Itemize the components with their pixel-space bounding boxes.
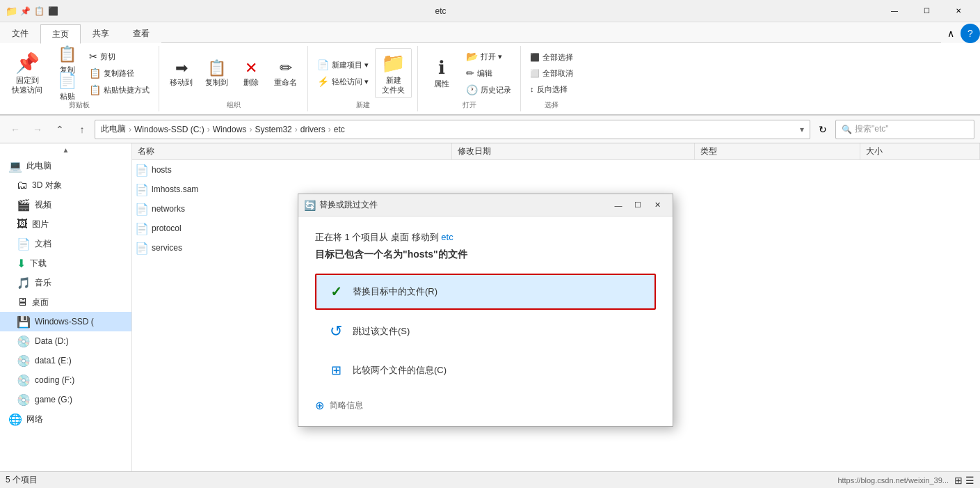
edit-button[interactable]: ✏编辑 — [463, 65, 515, 81]
refresh-button[interactable]: ↻ — [813, 120, 833, 139]
dialog-maximize-button[interactable]: ☐ — [628, 197, 648, 214]
back-button[interactable]: ← — [6, 120, 25, 139]
move-to-button[interactable]: ➡移动到 — [165, 57, 198, 90]
invert-select-button[interactable]: ↕反向选择 — [527, 82, 577, 97]
sidebar-item-music[interactable]: 🎵 音乐 — [0, 273, 131, 292]
copy-to-button[interactable]: 📋复制到 — [200, 57, 233, 90]
close-button[interactable]: ✕ — [942, 0, 974, 22]
rename-button[interactable]: ✏重命名 — [269, 57, 302, 90]
breadcrumb-etc[interactable]: etc — [334, 125, 345, 134]
history-button[interactable]: 🕐历史记录 — [463, 82, 515, 97]
sidebar-item-pictures[interactable]: 🖼 图片 — [0, 214, 131, 234]
sidebar-item-network[interactable]: 🌐 网络 — [0, 409, 131, 429]
sidebar-item-label: 文档 — [35, 238, 51, 250]
video-icon: 🎬 — [17, 198, 31, 212]
breadcrumb-system32[interactable]: System32 — [255, 125, 291, 134]
check-icon: ✓ — [328, 283, 344, 300]
view-icon-list[interactable]: ⊞ — [954, 475, 963, 486]
properties-button[interactable]: ℹ 属性 — [424, 48, 460, 98]
sidebar-item-label: 下载 — [30, 258, 47, 269]
sidebar-item-data-d[interactable]: 💿 Data (D:) — [0, 331, 131, 351]
sidebar-item-coding-f[interactable]: 💿 coding (F:) — [0, 370, 131, 390]
breadcrumb-windows[interactable]: Windows — [213, 125, 247, 134]
breadcrumb-computer[interactable]: 此电脑 — [101, 123, 126, 135]
col-header-size[interactable]: 大小 — [860, 143, 980, 159]
help-button[interactable]: ? — [961, 24, 980, 43]
sidebar-item-label: game (G:) — [35, 395, 72, 404]
maximize-button[interactable]: ☐ — [910, 0, 942, 22]
compare-option[interactable]: ⊞ 比较两个文件的信息(C) — [315, 353, 656, 388]
up-dropdown-button[interactable]: ⌃ — [50, 120, 70, 139]
tab-file[interactable]: 文件 — [0, 24, 40, 43]
sidebar-item-label: data1 (E:) — [35, 356, 72, 365]
dialog-brief[interactable]: ⊕ 简略信息 — [315, 399, 656, 412]
address-dropdown-icon[interactable]: ▾ — [800, 125, 804, 134]
select-label: 选择 — [545, 100, 559, 110]
dialog-title-icon: 🔄 — [304, 200, 315, 211]
replace-dialog: 🔄 替换或跳过文件 — ☐ ✕ 正在将 1 个项目从 桌面 移动到 etc 目标… — [298, 194, 673, 427]
ribbon-group-organize: ➡移动到 📋复制到 ✕删除 ✏重命名 组织 — [159, 46, 308, 111]
easy-access-button[interactable]: ⚡轻松访问 ▾ — [314, 74, 372, 89]
minimize-button[interactable]: — — [878, 0, 910, 22]
address-box[interactable]: 此电脑 › Windows-SSD (C:) › Windows › Syste… — [95, 120, 810, 139]
dialog-info: 正在将 1 个项目从 桌面 移动到 etc — [315, 230, 656, 244]
item-count: 5 个项目 — [6, 474, 38, 486]
new-folder-button[interactable]: 📁 新建文件夹 — [375, 48, 412, 98]
search-box[interactable]: 🔍 搜索"etc" — [835, 120, 974, 139]
data1-e-icon: 💿 — [17, 354, 31, 368]
ribbon-tabs: 文件 主页 共享 查看 ∧ ? — [0, 22, 980, 43]
pin-to-quick-access-button[interactable]: 📌 固定到快速访问 — [6, 48, 49, 98]
copy-path-button[interactable]: 📋复制路径 — [86, 65, 153, 81]
col-header-name[interactable]: 名称 — [132, 143, 452, 159]
sidebar-item-windows-ssd[interactable]: 💾 Windows-SSD ( — [0, 312, 131, 331]
dialog-minimize-button[interactable]: — — [609, 197, 628, 214]
select-none-button[interactable]: ⬜全部取消 — [527, 66, 577, 81]
sidebar-item-label: 网络 — [26, 414, 43, 425]
copy-button[interactable]: 📋 复制 — [51, 47, 83, 72]
view-icon-detail[interactable]: ☰ — [965, 475, 974, 486]
ribbon-collapse-btn[interactable]: ∧ — [941, 24, 961, 43]
select-all-button[interactable]: ⬛全部选择 — [527, 50, 577, 65]
dialog-close-button[interactable]: ✕ — [648, 197, 667, 214]
title-bar: 📁 📌 📋 ⬛ etc — ☐ ✕ — [0, 0, 980, 22]
ribbon-group-open: ℹ 属性 📂打开 ▾ ✏编辑 🕐历史记录 打开 — [418, 46, 521, 111]
clipboard-label: 剪贴板 — [69, 100, 90, 110]
new-item-button[interactable]: 📄新建项目 ▾ — [314, 57, 372, 72]
dest-link[interactable]: etc — [441, 232, 453, 242]
replace-option[interactable]: ✓ 替换目标中的文件(R) — [315, 274, 656, 310]
file-icon-protocol: 📄 — [135, 222, 149, 235]
file-row-hosts[interactable]: 📄hosts — [132, 160, 980, 180]
replace-option-label: 替换目标中的文件(R) — [353, 285, 437, 298]
sidebar-scroll-up[interactable]: ▲ — [0, 143, 131, 156]
tab-view[interactable]: 查看 — [121, 24, 161, 43]
sidebar-item-game-g[interactable]: 💿 game (G:) — [0, 390, 131, 409]
tab-share[interactable]: 共享 — [81, 24, 121, 43]
sidebar-item-label: 图片 — [32, 219, 49, 230]
breadcrumb-drivers[interactable]: drivers — [300, 125, 326, 134]
paste-shortcut-button[interactable]: 📋粘贴快捷方式 — [86, 82, 153, 97]
up-button[interactable]: ↑ — [72, 120, 92, 139]
tab-home[interactable]: 主页 — [40, 24, 81, 44]
forward-button[interactable]: → — [28, 120, 47, 139]
3d-icon: 🗂 — [17, 179, 28, 191]
col-header-type[interactable]: 类型 — [695, 143, 860, 159]
website-link: https://blog.csdn.net/weixin_39... — [837, 476, 949, 485]
skip-icon: ↺ — [328, 322, 344, 340]
delete-button[interactable]: ✕删除 — [236, 57, 266, 90]
skip-option[interactable]: ↺ 跳过该文件(S) — [315, 313, 656, 350]
sidebar-item-3d[interactable]: 🗂 3D 对象 — [0, 175, 131, 195]
sidebar-item-video[interactable]: 🎬 视频 — [0, 195, 131, 214]
sidebar-item-desktop[interactable]: 🖥 桌面 — [0, 292, 131, 312]
open-button[interactable]: 📂打开 ▾ — [463, 49, 515, 64]
ribbon: 文件 主页 共享 查看 ∧ ? 📌 固定到快速访问 📋 复制 — [0, 22, 980, 116]
sidebar-item-data1-e[interactable]: 💿 data1 (E:) — [0, 351, 131, 370]
sidebar-item-label: 此电脑 — [26, 160, 51, 172]
sidebar-item-computer[interactable]: 💻 此电脑 — [0, 156, 131, 175]
cut-button[interactable]: ✂剪切 — [86, 49, 153, 64]
computer-icon: 💻 — [8, 159, 22, 173]
col-header-date[interactable]: 修改日期 — [452, 143, 695, 159]
breadcrumb-drive[interactable]: Windows-SSD (C:) — [134, 125, 204, 134]
sidebar-item-downloads[interactable]: ⬇ 下载 — [0, 253, 131, 273]
sidebar-item-docs[interactable]: 📄 文档 — [0, 234, 131, 253]
paste-button[interactable]: 📄 粘贴 — [51, 74, 83, 99]
